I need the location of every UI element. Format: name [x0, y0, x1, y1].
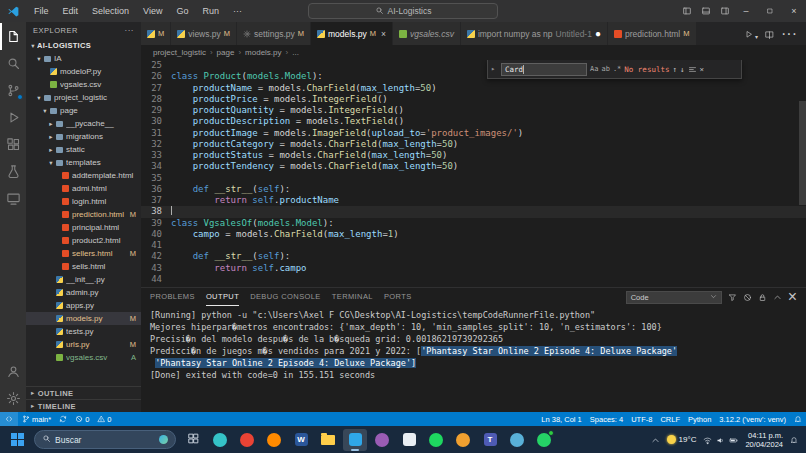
code-line-42[interactable]: 42 def __str__(self):: [141, 251, 806, 262]
tree-folder-migrations[interactable]: ▸migrations: [26, 130, 141, 143]
code-line-31[interactable]: 31 productImage = models.ImageField(uplo…: [141, 128, 806, 139]
notebook-app-icon[interactable]: [397, 429, 421, 451]
breadcrumb-item-project-logistic[interactable]: project_logistic: [153, 48, 206, 57]
menu-view[interactable]: View: [136, 0, 169, 22]
maximize-panel-icon[interactable]: [773, 288, 782, 306]
tab-prediction-html[interactable]: prediction.htmlM: [608, 22, 697, 45]
clear-output-icon[interactable]: [743, 288, 752, 306]
taskbar-clock[interactable]: 04:11 p.m. 20/04/2024: [745, 431, 783, 449]
notifications-bell-icon[interactable]: [790, 412, 806, 426]
battery-icon[interactable]: [729, 431, 738, 449]
task-view-icon[interactable]: [181, 429, 205, 451]
tree-file-modelop-py[interactable]: modeloP.py: [26, 65, 141, 78]
find-prev-icon[interactable]: ↑: [672, 65, 677, 74]
tree-folder-ai-logistics[interactable]: ▾AI-LOGISTICS: [26, 39, 141, 52]
split-editor-icon[interactable]: [765, 25, 774, 43]
close-find-icon[interactable]: ×: [700, 65, 705, 74]
toggle-sidebar-icon[interactable]: [677, 0, 696, 22]
explorer-more-icon[interactable]: ···: [125, 26, 135, 35]
notification-bell-icon[interactable]: [790, 436, 798, 444]
tree-file-sellers-html[interactable]: sellers.htmlM: [26, 247, 141, 260]
explorer-icon[interactable]: [0, 23, 26, 50]
tray-icons[interactable]: [703, 431, 738, 449]
code-line-29[interactable]: 29 productQuantity = models.IntegerField…: [141, 105, 806, 116]
tab-settings-py[interactable]: settings.pyM: [237, 22, 311, 45]
tab-views-py[interactable]: views.pyM: [171, 22, 237, 45]
editor-more-icon[interactable]: ···: [781, 25, 797, 43]
toggle-replace-icon[interactable]: ▸: [491, 65, 498, 73]
tree-file-admi-html[interactable]: admi.html: [26, 182, 141, 195]
whatsapp-icon[interactable]: [532, 429, 556, 451]
pycharm-icon[interactable]: [451, 429, 475, 451]
status-error[interactable]: 0: [71, 412, 93, 426]
tree-file-tests-py[interactable]: tests.py: [26, 325, 141, 338]
output-content[interactable]: [Running] python -u "c:\Users\Axel F CG\…: [141, 306, 806, 412]
panel-tab-terminal[interactable]: TERMINAL: [332, 288, 373, 306]
code-line-37[interactable]: 37 return self.productName: [141, 195, 806, 206]
firefox-browser-icon[interactable]: [262, 429, 286, 451]
tree-file-login-html[interactable]: login.html: [26, 195, 141, 208]
tree-file-prediction-html[interactable]: prediction.htmlM: [26, 208, 141, 221]
tree-file-addtemplate-html[interactable]: addtemplate.html: [26, 169, 141, 182]
tree-folder-ia[interactable]: ▾IA: [26, 52, 141, 65]
tree-file-apps-py[interactable]: apps.py: [26, 299, 141, 312]
spotify-icon[interactable]: [424, 429, 448, 451]
status-ln[interactable]: Ln 38, Col 1: [537, 412, 585, 426]
menu-edit[interactable]: Edit: [56, 0, 86, 22]
find-next-icon[interactable]: ↓: [680, 65, 685, 74]
tree-folder-templates[interactable]: ▾templates: [26, 156, 141, 169]
close-tab-icon[interactable]: ×: [381, 29, 386, 39]
extensions-icon[interactable]: [0, 131, 26, 158]
toggle-panel-icon[interactable]: [696, 0, 715, 22]
edge-browser-icon[interactable]: [208, 429, 232, 451]
tree-file-product2-html[interactable]: product2.html: [26, 234, 141, 247]
chrome-browser-icon[interactable]: [235, 429, 259, 451]
close-button[interactable]: ×: [782, 0, 806, 22]
tree-folder-page[interactable]: ▾page: [26, 104, 141, 117]
status-python[interactable]: Python: [684, 412, 715, 426]
lock-scroll-icon[interactable]: [758, 288, 767, 306]
code-line-27[interactable]: 27 productName = models.CharField(max_le…: [141, 83, 806, 94]
code-line-43[interactable]: 43 return self.campo: [141, 263, 806, 274]
visual-studio-icon[interactable]: [370, 429, 394, 451]
hidden-icons-chevron[interactable]: [651, 431, 660, 449]
file-explorer-icon[interactable]: [316, 429, 340, 451]
minimize-button[interactable]: –: [734, 0, 758, 22]
editor[interactable]: 2526class Product(models.Model):27 produ…: [141, 60, 806, 287]
teams-icon[interactable]: T: [478, 429, 502, 451]
status-branch[interactable]: main*: [18, 412, 55, 426]
start-button[interactable]: [5, 429, 29, 451]
vscode-icon[interactable]: [343, 429, 367, 451]
maximize-button[interactable]: [758, 0, 782, 22]
command-center[interactable]: AI-Logistics: [308, 3, 498, 19]
run-python-button[interactable]: ▾: [744, 25, 758, 43]
tree-file-vgsales-csv[interactable]: vgsales.csv: [26, 78, 141, 91]
taskbar-search[interactable]: Buscar: [34, 430, 176, 449]
wifi-icon[interactable]: [703, 431, 712, 449]
whole-word-icon[interactable]: ab: [601, 65, 609, 73]
tree-file-principal-html[interactable]: principal.html: [26, 221, 141, 234]
status-remote[interactable]: [0, 412, 18, 426]
tab-vgsales-csv[interactable]: vgsales.csv: [393, 22, 461, 45]
status-warning[interactable]: 0: [93, 412, 115, 426]
breadcrumb-item-page[interactable]: page: [217, 48, 235, 57]
tab-import-numpy-as-np[interactable]: import numpy as npUntitled-1●: [461, 22, 608, 45]
tree-file-admin-py[interactable]: admin.py: [26, 286, 141, 299]
remote-explorer-icon[interactable]: [0, 185, 26, 212]
panel-tab-ports[interactable]: PORTS: [384, 288, 412, 306]
find-input[interactable]: Card: [501, 63, 587, 76]
code-line-36[interactable]: 36 def __str__(self):: [141, 184, 806, 195]
source-control-icon[interactable]: [0, 77, 26, 104]
menu-go[interactable]: Go: [169, 0, 195, 22]
tree-folder-project-logistic[interactable]: ▾project_logistic: [26, 91, 141, 104]
code-line-44[interactable]: 44: [141, 274, 806, 285]
tree-file-vgsales-csv[interactable]: vgsales.csvA: [26, 351, 141, 364]
code-line-38[interactable]: 38: [141, 206, 806, 217]
panel-tab-debug-console[interactable]: DEBUG CONSOLE: [250, 288, 321, 306]
tree-folder-pycache[interactable]: ▸__pycache__: [26, 117, 141, 130]
toggle-secondary-sidebar-icon[interactable]: [715, 0, 734, 22]
close-panel-icon[interactable]: ×: [788, 288, 797, 306]
regex-icon[interactable]: .*: [613, 65, 621, 73]
status-crlf[interactable]: CRLF: [656, 412, 684, 426]
code-line-40[interactable]: 40 campo = models.CharField(max_length=1…: [141, 229, 806, 240]
